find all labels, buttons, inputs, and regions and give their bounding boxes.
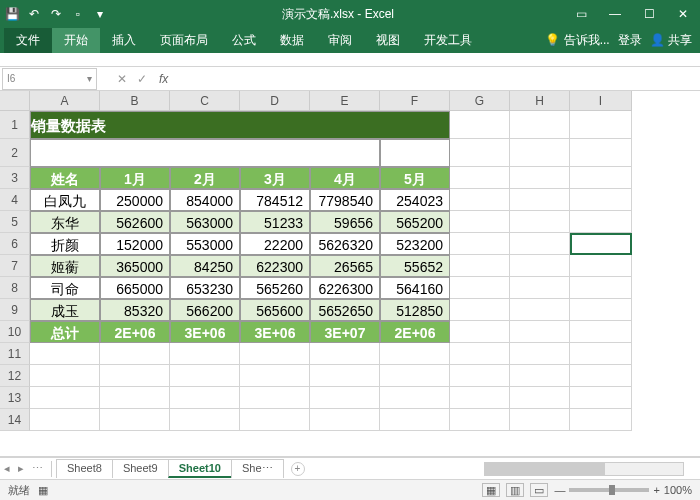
- cell-empty[interactable]: [240, 343, 310, 365]
- view-page-icon[interactable]: ▥: [506, 483, 524, 497]
- name-box[interactable]: I6 ▾: [2, 68, 97, 90]
- cell-empty[interactable]: [310, 387, 380, 409]
- cell-empty[interactable]: [310, 365, 380, 387]
- data-cell[interactable]: 84250: [170, 255, 240, 277]
- data-cell[interactable]: 365000: [100, 255, 170, 277]
- cancel-icon[interactable]: ✕: [117, 72, 127, 86]
- data-cell[interactable]: 59656: [310, 211, 380, 233]
- cell-empty[interactable]: [570, 233, 632, 255]
- spreadsheet-grid[interactable]: ABCDEFGHI1销量数据表23姓名1月2月3月4月5月4白凤九2500008…: [0, 91, 700, 457]
- cell-empty[interactable]: [570, 387, 632, 409]
- data-cell[interactable]: 5652650: [310, 299, 380, 321]
- cell-empty[interactable]: [450, 343, 510, 365]
- cell-empty[interactable]: [510, 233, 570, 255]
- undo-icon[interactable]: ↶: [26, 6, 42, 22]
- cell-empty[interactable]: [170, 343, 240, 365]
- sheet-nav-prev[interactable]: ◂: [0, 462, 14, 475]
- cell-empty[interactable]: [570, 255, 632, 277]
- chevron-down-icon[interactable]: ▾: [87, 73, 92, 84]
- cell-empty[interactable]: [450, 139, 510, 167]
- cell-empty[interactable]: [380, 409, 450, 431]
- login-link[interactable]: 登录: [618, 32, 642, 49]
- data-cell[interactable]: 665000: [100, 277, 170, 299]
- row-hdr-13[interactable]: 13: [0, 387, 30, 409]
- col-hdr-D[interactable]: D: [240, 91, 310, 111]
- data-cell[interactable]: 152000: [100, 233, 170, 255]
- formula-input[interactable]: [176, 71, 700, 86]
- cell-empty[interactable]: [100, 387, 170, 409]
- row-hdr-2[interactable]: 2: [0, 139, 30, 167]
- cell-empty[interactable]: [510, 167, 570, 189]
- cell-empty[interactable]: [510, 111, 570, 139]
- cell-empty[interactable]: [570, 211, 632, 233]
- data-cell[interactable]: 565260: [240, 277, 310, 299]
- data-cell[interactable]: 7798540: [310, 189, 380, 211]
- data-cell[interactable]: 26565: [310, 255, 380, 277]
- cell-empty[interactable]: [450, 277, 510, 299]
- data-cell[interactable]: 512850: [380, 299, 450, 321]
- data-cell[interactable]: 51233: [240, 211, 310, 233]
- tab-data[interactable]: 数据: [268, 28, 316, 53]
- data-cell[interactable]: 565200: [380, 211, 450, 233]
- zoom-slider[interactable]: [569, 488, 649, 492]
- row-hdr-3[interactable]: 3: [0, 167, 30, 189]
- maximize-icon[interactable]: ☐: [636, 4, 662, 24]
- cell-empty[interactable]: [170, 409, 240, 431]
- name-cell[interactable]: 成玉: [30, 299, 100, 321]
- cell-empty[interactable]: [570, 277, 632, 299]
- cell-empty[interactable]: [570, 111, 632, 139]
- cell-empty[interactable]: [450, 299, 510, 321]
- cell-empty[interactable]: [240, 365, 310, 387]
- select-all[interactable]: [0, 91, 30, 111]
- cell-empty[interactable]: [30, 409, 100, 431]
- cell-empty[interactable]: [30, 387, 100, 409]
- ribbon-options-icon[interactable]: ▭: [568, 4, 594, 24]
- cell-empty[interactable]: [570, 343, 632, 365]
- col-hdr-I[interactable]: I: [570, 91, 632, 111]
- row-hdr-8[interactable]: 8: [0, 277, 30, 299]
- cell-empty[interactable]: [570, 299, 632, 321]
- name-cell[interactable]: 白凤九: [30, 189, 100, 211]
- data-cell[interactable]: 6226300: [310, 277, 380, 299]
- data-cell[interactable]: 85320: [100, 299, 170, 321]
- data-cell[interactable]: 22200: [240, 233, 310, 255]
- row-hdr-1[interactable]: 1: [0, 111, 30, 139]
- data-cell[interactable]: 622300: [240, 255, 310, 277]
- macro-icon[interactable]: ▦: [38, 484, 48, 497]
- new-icon[interactable]: ▫: [70, 6, 86, 22]
- sheet-tab[interactable]: She⋯: [231, 459, 284, 478]
- sheet-tab[interactable]: Sheet10: [168, 459, 232, 478]
- dropdown-icon[interactable]: ▾: [92, 6, 108, 22]
- cell-empty[interactable]: [310, 343, 380, 365]
- cell-empty[interactable]: [570, 321, 632, 343]
- cell-empty[interactable]: [510, 139, 570, 167]
- cell-empty[interactable]: [100, 409, 170, 431]
- cell-empty[interactable]: [30, 343, 100, 365]
- row-hdr-7[interactable]: 7: [0, 255, 30, 277]
- sheet-tab[interactable]: Sheet9: [112, 459, 169, 478]
- tab-home[interactable]: 开始: [52, 28, 100, 53]
- cell-empty[interactable]: [450, 321, 510, 343]
- data-cell[interactable]: 562600: [100, 211, 170, 233]
- cell-empty[interactable]: [510, 343, 570, 365]
- cell-empty[interactable]: [450, 409, 510, 431]
- cell-empty[interactable]: [310, 409, 380, 431]
- cell-empty[interactable]: [510, 365, 570, 387]
- col-hdr-B[interactable]: B: [100, 91, 170, 111]
- cell-empty[interactable]: [380, 365, 450, 387]
- cell-empty[interactable]: [510, 277, 570, 299]
- zoom-out-icon[interactable]: —: [554, 484, 565, 496]
- tab-view[interactable]: 视图: [364, 28, 412, 53]
- data-cell[interactable]: 5626320: [310, 233, 380, 255]
- blank-merged[interactable]: [30, 139, 380, 167]
- col-hdr-H[interactable]: H: [510, 91, 570, 111]
- cell-empty[interactable]: [380, 387, 450, 409]
- row-hdr-10[interactable]: 10: [0, 321, 30, 343]
- cell-empty[interactable]: [170, 387, 240, 409]
- zoom-in-icon[interactable]: +: [653, 484, 659, 496]
- data-cell[interactable]: 250000: [100, 189, 170, 211]
- tab-formula[interactable]: 公式: [220, 28, 268, 53]
- data-cell[interactable]: 564160: [380, 277, 450, 299]
- row-hdr-9[interactable]: 9: [0, 299, 30, 321]
- row-hdr-5[interactable]: 5: [0, 211, 30, 233]
